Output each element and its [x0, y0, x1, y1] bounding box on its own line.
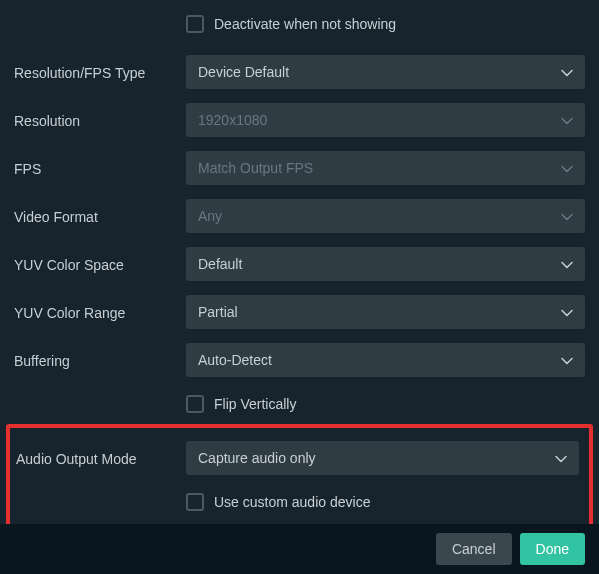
select-fps-value: Match Output FPS	[198, 160, 313, 176]
chevron-down-icon	[561, 304, 573, 320]
select-video-format-value: Any	[198, 208, 222, 224]
chevron-down-icon	[555, 450, 567, 466]
row-deactivate: Deactivate when not showing	[14, 0, 585, 48]
select-resolution-value: 1920x1080	[198, 112, 267, 128]
control-buffering: Auto-Detect	[186, 343, 585, 377]
label-yuv-color-range: YUV Color Range	[14, 303, 176, 321]
label-audio-output-mode: Audio Output Mode	[16, 449, 176, 467]
checkbox-deactivate-label: Deactivate when not showing	[214, 16, 396, 32]
cancel-button[interactable]: Cancel	[436, 533, 512, 565]
control-yuv-color-space: Default	[186, 247, 585, 281]
chevron-down-icon	[561, 160, 573, 176]
row-resolution-fps-type: Resolution/FPS Type Device Default	[14, 48, 585, 96]
empty-label	[16, 501, 176, 503]
select-resolution-fps-type[interactable]: Device Default	[186, 55, 585, 89]
control-audio-output-mode: Capture audio only	[186, 441, 579, 475]
row-buffering: Buffering Auto-Detect	[14, 336, 585, 384]
row-custom-audio: Use custom audio device	[16, 482, 579, 522]
control-yuv-color-range: Partial	[186, 295, 585, 329]
chevron-down-icon	[561, 352, 573, 368]
control-flip: Flip Vertically	[186, 395, 585, 413]
checkbox-custom-audio-wrap[interactable]: Use custom audio device	[186, 493, 370, 511]
highlight-audio-section: Audio Output Mode Capture audio only Use…	[6, 424, 593, 536]
select-yuv-color-range-value: Partial	[198, 304, 238, 320]
control-resolution: 1920x1080	[186, 103, 585, 137]
chevron-down-icon	[561, 64, 573, 80]
select-yuv-color-space[interactable]: Default	[186, 247, 585, 281]
checkbox-custom-audio-label: Use custom audio device	[214, 494, 370, 510]
control-deactivate: Deactivate when not showing	[186, 15, 585, 33]
label-fps: FPS	[14, 159, 176, 177]
checkbox-flip-label: Flip Vertically	[214, 396, 296, 412]
select-audio-output-mode-value: Capture audio only	[198, 450, 316, 466]
settings-form: Deactivate when not showing Resolution/F…	[0, 0, 599, 536]
chevron-down-icon	[561, 208, 573, 224]
row-yuv-color-space: YUV Color Space Default	[14, 240, 585, 288]
select-yuv-color-space-value: Default	[198, 256, 242, 272]
select-buffering[interactable]: Auto-Detect	[186, 343, 585, 377]
empty-label	[14, 23, 176, 25]
select-fps[interactable]: Match Output FPS	[186, 151, 585, 185]
row-fps: FPS Match Output FPS	[14, 144, 585, 192]
row-audio-output-mode: Audio Output Mode Capture audio only	[16, 434, 579, 482]
row-resolution: Resolution 1920x1080	[14, 96, 585, 144]
done-button-label: Done	[536, 541, 569, 557]
select-audio-output-mode[interactable]: Capture audio only	[186, 441, 579, 475]
chevron-down-icon	[561, 256, 573, 272]
done-button[interactable]: Done	[520, 533, 585, 565]
select-buffering-value: Auto-Detect	[198, 352, 272, 368]
checkbox-deactivate[interactable]	[186, 15, 204, 33]
checkbox-deactivate-wrap[interactable]: Deactivate when not showing	[186, 15, 396, 33]
label-resolution: Resolution	[14, 111, 176, 129]
row-video-format: Video Format Any	[14, 192, 585, 240]
control-resolution-fps-type: Device Default	[186, 55, 585, 89]
empty-label	[14, 403, 176, 405]
select-video-format[interactable]: Any	[186, 199, 585, 233]
label-yuv-color-space: YUV Color Space	[14, 255, 176, 273]
checkbox-custom-audio[interactable]	[186, 493, 204, 511]
control-custom-audio: Use custom audio device	[186, 493, 579, 511]
select-resolution[interactable]: 1920x1080	[186, 103, 585, 137]
row-yuv-color-range: YUV Color Range Partial	[14, 288, 585, 336]
row-flip-vertically: Flip Vertically	[14, 384, 585, 424]
checkbox-flip[interactable]	[186, 395, 204, 413]
label-resolution-fps-type: Resolution/FPS Type	[14, 63, 176, 81]
select-resolution-fps-type-value: Device Default	[198, 64, 289, 80]
chevron-down-icon	[561, 112, 573, 128]
label-video-format: Video Format	[14, 207, 176, 225]
cancel-button-label: Cancel	[452, 541, 496, 557]
label-buffering: Buffering	[14, 351, 176, 369]
select-yuv-color-range[interactable]: Partial	[186, 295, 585, 329]
checkbox-flip-wrap[interactable]: Flip Vertically	[186, 395, 296, 413]
control-video-format: Any	[186, 199, 585, 233]
control-fps: Match Output FPS	[186, 151, 585, 185]
dialog-footer: Cancel Done	[0, 524, 599, 574]
